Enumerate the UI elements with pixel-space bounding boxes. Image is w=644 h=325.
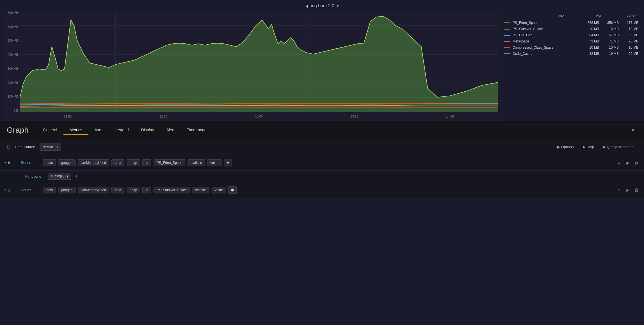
tag-a-stats[interactable]: stats <box>43 159 56 166</box>
datasource-select[interactable]: default <box>40 143 61 151</box>
panel-section: Graph General Metrics Axes Legend Displa… <box>0 121 644 198</box>
tag-a-value[interactable]: value <box>207 159 221 166</box>
help-button[interactable]: ▶ Help <box>578 143 599 151</box>
legend-current-3: 70 MB <box>619 39 638 43</box>
tab-timerange[interactable]: Time range <box>181 125 213 135</box>
legend-item-3: Metaspace 73 MB 71 MB 70 MB <box>504 38 638 44</box>
legend-item-5: Code_Cache 22 MB 19 MB 20 MB <box>504 51 638 57</box>
legend-name-1[interactable]: PS_Survivor_Space <box>513 27 577 31</box>
row-b-collapse-icon[interactable]: ▾ <box>4 188 6 191</box>
y-label-200: 200 MB <box>8 81 18 84</box>
row-a-eye-icon[interactable]: ◉ <box>624 159 630 166</box>
add-function-button-a[interactable]: + <box>74 173 79 179</box>
tag-b-survivor[interactable]: PS_Survivor_Space <box>154 187 190 193</box>
x-label-1200: 12:00 <box>64 115 72 118</box>
tag-b-value[interactable]: value <box>212 187 226 193</box>
row-b-series-label: Series <box>21 188 40 192</box>
legend-name-2[interactable]: PS_Old_Gen <box>513 33 577 37</box>
legend-values-1: 20 MB 16 MB 19 MB <box>579 27 638 31</box>
legend-values-3: 73 MB 71 MB 70 MB <box>579 39 638 43</box>
chart-area: 700 MB 600 MB 500 MB 400 MB 300 MB 200 M… <box>3 11 498 121</box>
row-b-actions: ≡ ◉ 🗑 <box>616 187 640 193</box>
legend-avg-header: avg <box>581 13 601 17</box>
tag-b-gauges[interactable]: gauges <box>58 187 75 193</box>
legend-avg-5: 19 MB <box>599 52 619 56</box>
legend-avg-4: 10 MB <box>599 46 619 49</box>
tabs-bar: General Metrics Axes Legend Display Aler… <box>37 125 629 135</box>
tag-a-statistic[interactable]: statistic <box>188 159 205 166</box>
legend-avg-1: 16 MB <box>599 27 619 31</box>
legend-values-5: 22 MB 19 MB 20 MB <box>579 52 638 56</box>
legend-items-container: PS_Eden_Space 668 MB 356 MB 117 MB PS_Su… <box>504 20 638 57</box>
legend-color-4 <box>504 47 510 48</box>
row-b-menu-icon[interactable]: ≡ <box>616 187 621 193</box>
legend-item-4: Compressed_Class_Space 10 MB 10 MB 10 MB <box>504 44 638 51</box>
legend-name-3[interactable]: Metaspace <box>513 39 577 43</box>
chart-dropdown-icon[interactable]: ▼ <box>336 4 339 8</box>
tab-alert[interactable]: Alert <box>160 125 181 135</box>
legend-max-3: 73 MB <box>579 39 599 43</box>
row-b-trash-icon[interactable]: 🗑 <box>633 187 640 193</box>
tag-a-asterisk[interactable]: ✱ <box>224 159 232 166</box>
chart-title[interactable]: spring boot 2.0 ▼ <box>305 3 339 8</box>
tag-b-statistic[interactable]: statistic <box>192 187 209 193</box>
query-row-a: ▾ A Series stats gauges jvmMemoryUsed ar… <box>0 155 644 171</box>
query-inspector-button[interactable]: ▶ Query Inspector <box>599 143 637 151</box>
x-label-1230: 12:30 <box>159 115 167 118</box>
tag-a-eden[interactable]: PS_Eden_Space <box>154 159 185 166</box>
tag-a-jvm[interactable]: jvmMemoryUsed <box>78 159 109 166</box>
query-section: ▾ A Series stats gauges jvmMemoryUsed ar… <box>0 155 644 198</box>
panel-header: Graph General Metrics Axes Legend Displa… <box>0 121 644 139</box>
tag-a-area[interactable]: area <box>111 159 124 166</box>
legend-values-2: 64 MB 57 MB 63 MB <box>579 33 638 37</box>
row-a-collapse-icon[interactable]: ▾ <box>4 161 6 164</box>
legend-name-5[interactable]: Code_Cache <box>513 52 577 56</box>
legend-max-5: 22 MB <box>579 52 599 56</box>
x-label-1300: 13:00 <box>255 115 263 118</box>
tab-metrics[interactable]: Metrics <box>63 125 88 135</box>
legend-avg-0: 356 MB <box>599 21 619 25</box>
legend-item-0: PS_Eden_Space 668 MB 356 MB 117 MB <box>504 20 638 26</box>
legend-current-4: 10 MB <box>619 46 638 49</box>
chart-canvas <box>20 11 498 112</box>
legend-max-4: 10 MB <box>579 46 599 49</box>
tag-b-jvm[interactable]: jvmMemoryUsed <box>78 187 109 193</box>
tag-b-id[interactable]: id <box>142 187 151 193</box>
tag-a-gauges[interactable]: gauges <box>58 159 75 166</box>
legend-color-2 <box>504 35 510 36</box>
tag-b-asterisk[interactable]: ✱ <box>228 186 237 194</box>
row-a-menu-icon[interactable]: ≡ <box>616 159 621 166</box>
row-b-eye-icon[interactable]: ◉ <box>624 187 630 193</box>
legend-current-header: current <box>618 13 637 17</box>
tag-b-area[interactable]: area <box>111 187 124 193</box>
chart-content: 700 MB 600 MB 500 MB 400 MB 300 MB 200 M… <box>0 11 644 121</box>
legend-color-3 <box>504 41 510 42</box>
options-button[interactable]: ▶ Options <box>553 143 578 151</box>
tag-b-heap[interactable]: heap <box>127 187 140 193</box>
legend-name-4[interactable]: Compressed_Class_Space <box>513 46 577 49</box>
row-a-id: A <box>8 161 10 165</box>
legend-color-1 <box>504 29 510 30</box>
legend-current-5: 20 MB <box>619 52 638 56</box>
tag-a-heap[interactable]: heap <box>127 159 140 166</box>
tab-display[interactable]: Display <box>135 125 160 135</box>
tag-b-stats[interactable]: stats <box>43 187 56 193</box>
row-a-trash-icon[interactable]: 🗑 <box>633 159 640 166</box>
tag-a-id[interactable]: id <box>142 159 151 166</box>
legend-color-0 <box>504 22 510 23</box>
datasource-select-wrapper[interactable]: default <box>40 143 61 151</box>
func-a-substr[interactable]: substr(6, 7) <box>48 173 71 180</box>
panel-close-button[interactable]: ✕ <box>629 126 637 134</box>
row-a-label: ▾ A <box>4 161 19 165</box>
row-a-actions: ≡ ◉ 🗑 <box>616 159 640 166</box>
legend-name-0[interactable]: PS_Eden_Space <box>513 21 577 25</box>
legend-max-2: 64 MB <box>579 33 599 37</box>
datasource-icon: ⊟ <box>7 144 10 150</box>
tab-general[interactable]: General <box>37 125 63 135</box>
tab-axes[interactable]: Axes <box>88 125 109 135</box>
functions-row-a: Functions substr(6, 7) + <box>0 171 644 182</box>
dashboard-title-text: spring boot 2.0 <box>305 3 334 8</box>
tab-legend[interactable]: Legend <box>109 125 135 135</box>
legend-avg-2: 57 MB <box>599 33 619 37</box>
y-label-700: 700 MB <box>8 11 18 14</box>
